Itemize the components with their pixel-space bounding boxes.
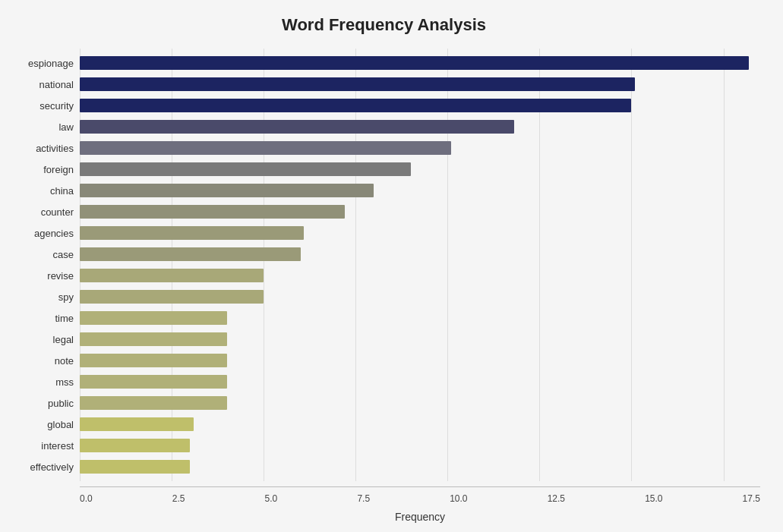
bar (80, 226, 304, 240)
y-label: security (39, 101, 74, 111)
bar-row (80, 161, 760, 178)
x-axis: 0.02.55.07.510.012.515.017.5 (80, 493, 760, 504)
x-tick-label: 0.0 (80, 493, 93, 504)
bar (80, 354, 227, 367)
bar (80, 269, 264, 282)
bar (80, 311, 227, 325)
bar (80, 162, 411, 176)
bar (80, 56, 749, 70)
x-tick-label: 10.0 (450, 493, 467, 504)
x-tick-label: 7.5 (357, 493, 370, 504)
y-label: effectively (30, 462, 74, 472)
bar-row (80, 458, 760, 475)
bar-row (80, 437, 760, 454)
bar-row (80, 118, 760, 135)
bar (80, 375, 227, 389)
y-label: spy (58, 292, 74, 302)
bar-row (80, 416, 760, 433)
bar-row (80, 288, 760, 305)
y-label: revise (47, 271, 74, 281)
bar-row (80, 97, 760, 114)
y-label: china (50, 186, 74, 196)
chart-title: Word Frequency Analysis (8, 15, 760, 35)
x-tick-label: 17.5 (743, 493, 760, 504)
y-label: legal (53, 335, 74, 345)
bars-and-grid: 0.02.55.07.510.012.515.017.5 Frequency (80, 49, 760, 481)
chart-container: Word Frequency Analysis espionagenationa… (0, 0, 783, 532)
bar-row (80, 55, 760, 71)
bar (80, 99, 631, 112)
bar-row (80, 310, 760, 326)
bar (80, 396, 227, 410)
y-label: public (48, 398, 74, 408)
bar (80, 247, 301, 261)
bar-row (80, 76, 760, 93)
x-tick-label: 15.0 (645, 493, 662, 504)
bar-row (80, 203, 760, 220)
chart-area: espionagenationalsecuritylawactivitiesfo… (8, 49, 760, 481)
bar-row (80, 246, 760, 263)
x-tick-label: 5.0 (265, 493, 278, 504)
y-label: activities (36, 143, 74, 153)
bar-row (80, 140, 760, 156)
y-label: time (55, 313, 74, 323)
x-tick-label: 12.5 (548, 493, 565, 504)
bar-row (80, 182, 760, 199)
y-label: counter (41, 207, 74, 217)
bar (80, 77, 635, 91)
y-label: mss (55, 377, 74, 387)
bar (80, 439, 190, 452)
x-axis-title: Frequency (80, 511, 760, 523)
bar (80, 184, 374, 197)
y-label: note (55, 356, 74, 366)
bar (80, 417, 194, 431)
y-label: agencies (34, 228, 74, 238)
bar-row (80, 267, 760, 284)
y-label: interest (41, 441, 74, 451)
y-label: foreign (43, 165, 74, 175)
bar-row (80, 395, 760, 411)
bar-row (80, 352, 760, 369)
bar (80, 120, 514, 134)
y-label: law (58, 122, 74, 132)
bar (80, 332, 227, 346)
y-label: espionage (28, 58, 74, 68)
y-labels: espionagenationalsecuritylawactivitiesfo… (8, 49, 80, 481)
bar (80, 205, 345, 219)
y-label: case (53, 250, 74, 260)
x-tick-label: 2.5 (172, 493, 185, 504)
y-label: global (47, 420, 74, 430)
x-axis-line (80, 486, 760, 487)
bar-row (80, 331, 760, 348)
bar-row (80, 373, 760, 390)
bar-row (80, 225, 760, 241)
y-label: national (39, 80, 74, 90)
bar (80, 290, 264, 304)
bar (80, 460, 190, 474)
bar (80, 141, 451, 155)
